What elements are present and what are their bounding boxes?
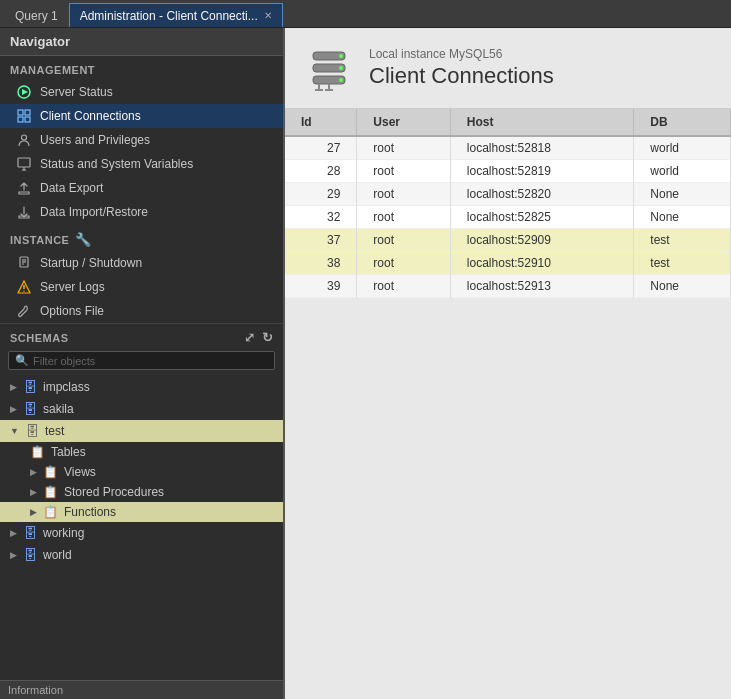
- schema-item-test[interactable]: ▼ 🗄 test: [0, 420, 283, 442]
- schema-item-impclass-label: impclass: [43, 380, 90, 394]
- info-bar: Information: [0, 680, 283, 699]
- svg-point-6: [22, 135, 27, 140]
- sidebar-item-options-file-label: Options File: [40, 304, 104, 318]
- table-row[interactable]: 37 root localhost:52909 test: [285, 229, 731, 252]
- table-row[interactable]: 27 root localhost:52818 world: [285, 136, 731, 160]
- schema-child-tables-label: Tables: [51, 445, 86, 459]
- cell-id: 28: [285, 160, 357, 183]
- cell-host: localhost:52825: [450, 206, 633, 229]
- svg-rect-5: [25, 117, 30, 122]
- schema-item-sakila-label: sakila: [43, 402, 74, 416]
- monitor-icon: [16, 156, 32, 172]
- sidebar-item-users-privileges[interactable]: Users and Privileges: [0, 128, 283, 152]
- tree-arrow-views: ▶: [30, 467, 37, 477]
- tab-admin-label: Administration - Client Connecti...: [80, 9, 258, 23]
- cell-id: 37: [285, 229, 357, 252]
- db-icon: [305, 44, 353, 92]
- schema-child-stored-procs[interactable]: ▶ 📋 Stored Procedures: [0, 482, 283, 502]
- schema-item-working[interactable]: ▶ 🗄 working: [0, 522, 283, 544]
- table-header-row: Id User Host DB: [285, 109, 731, 136]
- schema-child-functions[interactable]: ▶ 📋 Functions: [0, 502, 283, 522]
- grid-icon: [16, 108, 32, 124]
- tab-query1[interactable]: Query 1: [4, 3, 69, 27]
- warning-icon: [16, 279, 32, 295]
- cell-db: None: [634, 206, 731, 229]
- tab-admin-close[interactable]: ✕: [264, 10, 272, 21]
- schema-icon-working: 🗄: [23, 525, 37, 541]
- sidebar-item-data-import-label: Data Import/Restore: [40, 205, 148, 219]
- table-row[interactable]: 32 root localhost:52825 None: [285, 206, 731, 229]
- cell-id: 29: [285, 183, 357, 206]
- schema-filter-input[interactable]: [33, 355, 268, 367]
- cell-host: localhost:52819: [450, 160, 633, 183]
- table-row[interactable]: 29 root localhost:52820 None: [285, 183, 731, 206]
- sidebar-item-data-export-label: Data Export: [40, 181, 103, 195]
- svg-point-20: [339, 54, 343, 58]
- connections-table-container: Id User Host DB 27 root localhost:52818 …: [285, 109, 731, 699]
- sidebar-item-status-variables[interactable]: Status and System Variables: [0, 152, 283, 176]
- svg-point-22: [339, 78, 343, 82]
- schema-icon-impclass: 🗄: [23, 379, 37, 395]
- schema-item-world[interactable]: ▶ 🗄 world: [0, 544, 283, 566]
- search-icon: 🔍: [15, 354, 29, 367]
- download-icon: [16, 204, 32, 220]
- sidebar-item-startup-shutdown-label: Startup / Shutdown: [40, 256, 142, 270]
- table-row[interactable]: 38 root localhost:52910 test: [285, 252, 731, 275]
- schema-icon-sakila: 🗄: [23, 401, 37, 417]
- cell-id: 27: [285, 136, 357, 160]
- cell-db: world: [634, 160, 731, 183]
- cell-id: 38: [285, 252, 357, 275]
- svg-rect-2: [18, 110, 23, 115]
- cell-user: root: [357, 229, 451, 252]
- svg-rect-4: [18, 117, 23, 122]
- sidebar: Navigator MANAGEMENT Server Status: [0, 28, 285, 699]
- schema-filter-box[interactable]: 🔍: [8, 351, 275, 370]
- power-icon: [16, 255, 32, 271]
- tree-arrow-working: ▶: [10, 528, 17, 538]
- tree-arrow-world: ▶: [10, 550, 17, 560]
- col-header-host: Host: [450, 109, 633, 136]
- sidebar-item-users-privileges-label: Users and Privileges: [40, 133, 150, 147]
- connections-table: Id User Host DB 27 root localhost:52818 …: [285, 109, 731, 298]
- refresh-schemas-icon[interactable]: ↻: [262, 330, 274, 345]
- table-row[interactable]: 28 root localhost:52819 world: [285, 160, 731, 183]
- tab-admin[interactable]: Administration - Client Connecti... ✕: [69, 3, 283, 27]
- cell-user: root: [357, 160, 451, 183]
- sidebar-item-server-logs[interactable]: Server Logs: [0, 275, 283, 299]
- schema-child-tables[interactable]: 📋 Tables: [0, 442, 283, 462]
- schemas-header-icons: ⤢ ↻: [244, 330, 273, 345]
- schemas-label: SCHEMAS: [10, 332, 69, 344]
- cell-user: root: [357, 183, 451, 206]
- tree-arrow-stored-procs: ▶: [30, 487, 37, 497]
- schema-icon-stored-procs: 📋: [43, 485, 58, 499]
- sidebar-item-client-connections[interactable]: Client Connections: [0, 104, 283, 128]
- instance-section-label: INSTANCE 🔧: [0, 224, 283, 251]
- sidebar-item-data-export[interactable]: Data Export: [0, 176, 283, 200]
- tree-arrow-test: ▼: [10, 426, 19, 436]
- schema-child-views[interactable]: ▶ 📋 Views: [0, 462, 283, 482]
- schema-item-test-label: test: [45, 424, 64, 438]
- schema-item-impclass[interactable]: ▶ 🗄 impclass: [0, 376, 283, 398]
- schema-icon-functions: 📋: [43, 505, 58, 519]
- sidebar-item-status-variables-label: Status and System Variables: [40, 157, 193, 171]
- cell-host: localhost:52913: [450, 275, 633, 298]
- schema-item-sakila[interactable]: ▶ 🗄 sakila: [0, 398, 283, 420]
- sidebar-item-server-status[interactable]: Server Status: [0, 80, 283, 104]
- table-row[interactable]: 39 root localhost:52913 None: [285, 275, 731, 298]
- sidebar-item-data-import[interactable]: Data Import/Restore: [0, 200, 283, 224]
- tree-arrow-sakila: ▶: [10, 404, 17, 414]
- content-area: Local instance MySQL56 Client Connection…: [285, 28, 731, 699]
- sidebar-item-options-file[interactable]: Options File: [0, 299, 283, 323]
- cell-db: world: [634, 136, 731, 160]
- schema-icon-test: 🗄: [25, 423, 39, 439]
- tree-arrow-functions: ▶: [30, 507, 37, 517]
- management-section-label: MANAGEMENT: [0, 56, 283, 80]
- schema-icon-views: 📋: [43, 465, 58, 479]
- cell-host: localhost:52820: [450, 183, 633, 206]
- expand-all-icon[interactable]: ⤢: [244, 330, 256, 345]
- cell-user: root: [357, 252, 451, 275]
- svg-marker-1: [22, 89, 28, 95]
- cell-host: localhost:52910: [450, 252, 633, 275]
- schema-child-views-label: Views: [64, 465, 96, 479]
- sidebar-item-startup-shutdown[interactable]: Startup / Shutdown: [0, 251, 283, 275]
